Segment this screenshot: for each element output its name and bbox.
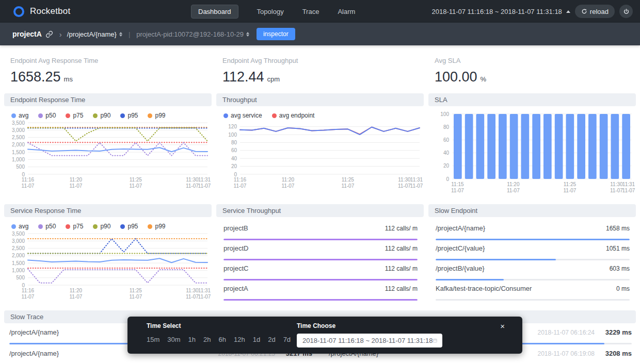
tab-alarm[interactable]: Alarm bbox=[338, 8, 355, 15]
svg-text:2,000: 2,000 bbox=[12, 253, 25, 258]
time-option-6h[interactable]: 6h bbox=[219, 336, 226, 343]
tab-dashboard[interactable]: Dashboard bbox=[191, 5, 238, 19]
svg-text:3,500: 3,500 bbox=[12, 120, 25, 126]
legend-item-avg[interactable]: avg bbox=[11, 223, 28, 230]
trace-timestamp: 2018-11-07 06:19:08 bbox=[537, 350, 595, 357]
close-icon[interactable]: × bbox=[500, 322, 505, 330]
svg-text:20: 20 bbox=[231, 163, 237, 169]
time-range-input[interactable]: 2018-11-07 11:16:18 ~ 2018-11-07 11:31:1… bbox=[297, 334, 442, 348]
metric-unit: cpm bbox=[267, 75, 280, 83]
svg-text:11:25: 11:25 bbox=[342, 177, 355, 183]
caret-up-icon bbox=[566, 10, 570, 13]
legend-dot-icon bbox=[148, 224, 152, 229]
legend-item-p50[interactable]: p50 bbox=[38, 223, 56, 230]
progress-bar bbox=[223, 299, 418, 301]
legend-label: p75 bbox=[73, 223, 83, 230]
trace-duration: 3229 ms bbox=[603, 328, 632, 336]
list-item[interactable]: projectB112 calls/ m bbox=[217, 220, 423, 240]
legend-item-avg-service[interactable]: avg service bbox=[223, 112, 262, 119]
charts-row-2: Service Response Time avgp50p75p90p95p99… bbox=[0, 204, 640, 302]
legend-label: p99 bbox=[155, 223, 165, 230]
item-value: 0 ms bbox=[616, 285, 630, 292]
calendar-icon[interactable] bbox=[433, 337, 438, 344]
time-option-2d[interactable]: 2d bbox=[268, 336, 275, 343]
legend-item-p90[interactable]: p90 bbox=[93, 112, 110, 119]
time-quick-options: 15m30m1h2h6h12h1d2d7d bbox=[147, 336, 286, 343]
svg-text:11-07: 11-07 bbox=[410, 183, 423, 189]
svg-text:80: 80 bbox=[443, 124, 450, 130]
list-item[interactable]: projectC112 calls/ m bbox=[217, 260, 423, 280]
svg-text:11:30: 11:30 bbox=[186, 177, 199, 183]
list-item[interactable]: /projectB/{value}603 ms bbox=[429, 260, 635, 280]
time-option-12h[interactable]: 12h bbox=[234, 336, 245, 343]
time-option-1d[interactable]: 1d bbox=[253, 336, 260, 343]
brand-title: Rocketbot bbox=[30, 6, 70, 16]
svg-text:2,500: 2,500 bbox=[12, 135, 25, 140]
updown-arrows-icon bbox=[246, 32, 249, 37]
svg-text:11-07: 11-07 bbox=[22, 294, 35, 300]
legend-label: p95 bbox=[127, 223, 138, 230]
list-item[interactable]: /projectA/{name}1658 ms bbox=[429, 220, 635, 240]
panel-throughput: Throughput avg serviceavg endpoint 02040… bbox=[216, 93, 424, 191]
svg-text:100: 100 bbox=[228, 132, 237, 138]
time-option-30m[interactable]: 30m bbox=[167, 336, 180, 343]
svg-text:11-07: 11-07 bbox=[129, 183, 142, 189]
legend-item-p95[interactable]: p95 bbox=[120, 223, 138, 230]
legend-item-p50[interactable]: p50 bbox=[38, 112, 56, 119]
legend-item-avg-endpoint[interactable]: avg endpoint bbox=[272, 112, 315, 119]
svg-text:11-07: 11-07 bbox=[398, 183, 411, 189]
charts-row-1: Endpoint Response Time avgp50p75p90p95p9… bbox=[0, 93, 640, 196]
list-item[interactable]: Kafka/test-trace-topic/Consumer0 ms bbox=[429, 280, 635, 301]
svg-text:11-07: 11-07 bbox=[341, 183, 354, 189]
legend-dot-icon bbox=[11, 224, 16, 229]
legend-item-p95[interactable]: p95 bbox=[120, 112, 138, 119]
list-item[interactable]: projectD112 calls/ m bbox=[217, 240, 423, 260]
instance-selector[interactable]: projectA-pid:10072@192-168-10-29 bbox=[136, 30, 249, 38]
svg-text:11-07: 11-07 bbox=[198, 294, 211, 300]
svg-text:1,000: 1,000 bbox=[12, 268, 25, 273]
time-range-toggle[interactable]: 2018-11-07 11:16:18 ~ 2018-11-07 11:31:1… bbox=[431, 8, 570, 15]
svg-text:11-07: 11-07 bbox=[507, 188, 520, 193]
link-icon[interactable] bbox=[45, 30, 53, 38]
svg-text:11-07: 11-07 bbox=[198, 183, 211, 189]
reload-button[interactable]: reload bbox=[575, 5, 615, 18]
time-option-15m[interactable]: 15m bbox=[147, 336, 159, 343]
item-value: 603 ms bbox=[610, 265, 630, 272]
legend-item-avg[interactable]: avg bbox=[11, 112, 28, 119]
svg-text:500: 500 bbox=[16, 275, 25, 280]
top-navbar: Rocketbot Dashboard Topology Trace Alarm… bbox=[0, 0, 640, 23]
svg-text:11:31: 11:31 bbox=[410, 177, 423, 183]
tab-topology[interactable]: Topology bbox=[257, 8, 284, 15]
power-button[interactable] bbox=[619, 5, 633, 18]
inspector-button[interactable]: inspector bbox=[257, 28, 295, 40]
svg-text:11:15: 11:15 bbox=[451, 181, 464, 187]
service-name[interactable]: projectA bbox=[12, 30, 42, 38]
legend-item-p90[interactable]: p90 bbox=[93, 223, 110, 230]
time-option-2h[interactable]: 2h bbox=[203, 336, 211, 343]
legend-item-p75[interactable]: p75 bbox=[66, 223, 83, 230]
metric-value: 100.00 bbox=[435, 69, 477, 85]
time-option-1h[interactable]: 1h bbox=[188, 336, 196, 343]
time-choose-section: Time Choose 2018-11-07 11:16:18 ~ 2018-1… bbox=[286, 317, 442, 354]
list-item[interactable]: /projectC/{value}1051 ms bbox=[429, 240, 635, 260]
tab-trace[interactable]: Trace bbox=[302, 8, 319, 15]
list-item[interactable]: projectA112 calls/ m bbox=[217, 280, 423, 301]
svg-text:11-07: 11-07 bbox=[451, 188, 464, 193]
instance-selector-value: projectA-pid:10072@192-168-10-29 bbox=[136, 30, 244, 38]
legend-item-p75[interactable]: p75 bbox=[66, 112, 83, 119]
item-value: 1658 ms bbox=[606, 225, 630, 232]
time-choose-title: Time Choose bbox=[297, 322, 442, 329]
svg-text:11:16: 11:16 bbox=[234, 177, 247, 183]
rocketbot-logo-icon bbox=[13, 6, 24, 17]
svg-text:11:31: 11:31 bbox=[198, 288, 211, 293]
metric-avg-sla: Avg SLA 100.00% bbox=[428, 57, 636, 85]
legend-item-p99[interactable]: p99 bbox=[148, 112, 165, 119]
svg-text:0: 0 bbox=[234, 172, 237, 177]
item-name: Kafka/test-trace-topic/Consumer bbox=[436, 285, 532, 292]
svg-text:11:30: 11:30 bbox=[398, 177, 411, 183]
legend-item-p99[interactable]: p99 bbox=[148, 223, 165, 230]
trace-duration: 3208 ms bbox=[603, 350, 632, 357]
endpoint-selector[interactable]: /projectA/{name} bbox=[67, 30, 122, 38]
time-range-input-value: 2018-11-07 11:16:18 ~ 2018-11-07 11:31:1… bbox=[302, 337, 433, 344]
legend-dot-icon bbox=[66, 113, 70, 118]
